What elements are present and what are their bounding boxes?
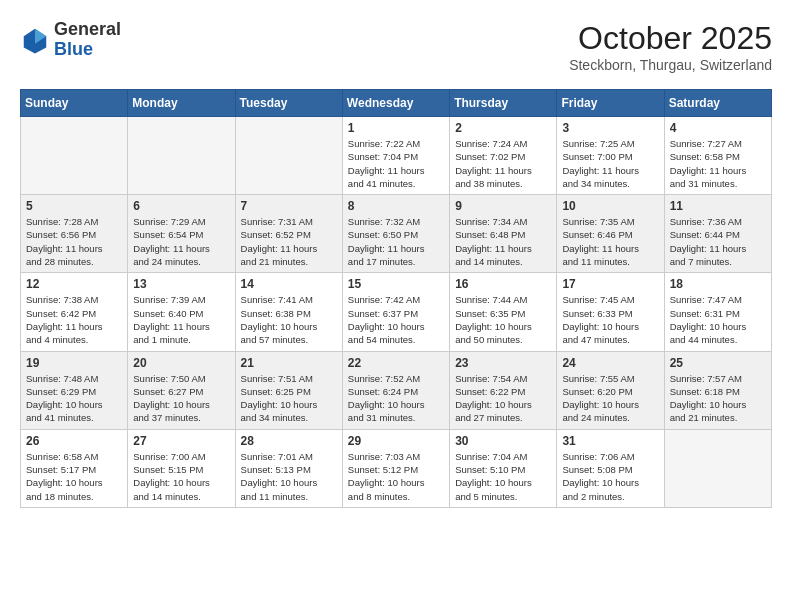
- calendar-week-row: 1Sunrise: 7:22 AM Sunset: 7:04 PM Daylig…: [21, 117, 772, 195]
- calendar-day-cell: 4Sunrise: 7:27 AM Sunset: 6:58 PM Daylig…: [664, 117, 771, 195]
- calendar-day-cell: 23Sunrise: 7:54 AM Sunset: 6:22 PM Dayli…: [450, 351, 557, 429]
- calendar-week-row: 26Sunrise: 6:58 AM Sunset: 5:17 PM Dayli…: [21, 429, 772, 507]
- location-subtitle: Steckborn, Thurgau, Switzerland: [569, 57, 772, 73]
- day-number: 18: [670, 277, 766, 291]
- day-info: Sunrise: 7:03 AM Sunset: 5:12 PM Dayligh…: [348, 450, 444, 503]
- day-number: 1: [348, 121, 444, 135]
- day-info: Sunrise: 7:48 AM Sunset: 6:29 PM Dayligh…: [26, 372, 122, 425]
- day-number: 10: [562, 199, 658, 213]
- day-number: 27: [133, 434, 229, 448]
- day-info: Sunrise: 7:31 AM Sunset: 6:52 PM Dayligh…: [241, 215, 337, 268]
- calendar-day-cell: 18Sunrise: 7:47 AM Sunset: 6:31 PM Dayli…: [664, 273, 771, 351]
- day-info: Sunrise: 7:55 AM Sunset: 6:20 PM Dayligh…: [562, 372, 658, 425]
- day-number: 12: [26, 277, 122, 291]
- calendar-day-cell: 21Sunrise: 7:51 AM Sunset: 6:25 PM Dayli…: [235, 351, 342, 429]
- day-info: Sunrise: 7:04 AM Sunset: 5:10 PM Dayligh…: [455, 450, 551, 503]
- calendar-day-cell: 6Sunrise: 7:29 AM Sunset: 6:54 PM Daylig…: [128, 195, 235, 273]
- weekday-header: Tuesday: [235, 90, 342, 117]
- day-info: Sunrise: 7:50 AM Sunset: 6:27 PM Dayligh…: [133, 372, 229, 425]
- page-header: General Blue October 2025 Steckborn, Thu…: [20, 20, 772, 73]
- logo-blue: Blue: [54, 39, 93, 59]
- calendar-day-cell: 25Sunrise: 7:57 AM Sunset: 6:18 PM Dayli…: [664, 351, 771, 429]
- day-info: Sunrise: 7:34 AM Sunset: 6:48 PM Dayligh…: [455, 215, 551, 268]
- weekday-header-row: SundayMondayTuesdayWednesdayThursdayFrid…: [21, 90, 772, 117]
- calendar-day-cell: 17Sunrise: 7:45 AM Sunset: 6:33 PM Dayli…: [557, 273, 664, 351]
- day-number: 28: [241, 434, 337, 448]
- calendar-day-cell: 11Sunrise: 7:36 AM Sunset: 6:44 PM Dayli…: [664, 195, 771, 273]
- day-info: Sunrise: 7:06 AM Sunset: 5:08 PM Dayligh…: [562, 450, 658, 503]
- day-info: Sunrise: 7:24 AM Sunset: 7:02 PM Dayligh…: [455, 137, 551, 190]
- day-number: 16: [455, 277, 551, 291]
- day-info: Sunrise: 7:35 AM Sunset: 6:46 PM Dayligh…: [562, 215, 658, 268]
- day-number: 31: [562, 434, 658, 448]
- calendar-week-row: 5Sunrise: 7:28 AM Sunset: 6:56 PM Daylig…: [21, 195, 772, 273]
- day-number: 20: [133, 356, 229, 370]
- logo-icon: [20, 25, 50, 55]
- calendar-day-cell: 1Sunrise: 7:22 AM Sunset: 7:04 PM Daylig…: [342, 117, 449, 195]
- day-info: Sunrise: 7:36 AM Sunset: 6:44 PM Dayligh…: [670, 215, 766, 268]
- calendar-day-cell: 22Sunrise: 7:52 AM Sunset: 6:24 PM Dayli…: [342, 351, 449, 429]
- calendar-week-row: 19Sunrise: 7:48 AM Sunset: 6:29 PM Dayli…: [21, 351, 772, 429]
- day-number: 17: [562, 277, 658, 291]
- day-info: Sunrise: 7:57 AM Sunset: 6:18 PM Dayligh…: [670, 372, 766, 425]
- day-number: 19: [26, 356, 122, 370]
- day-info: Sunrise: 7:25 AM Sunset: 7:00 PM Dayligh…: [562, 137, 658, 190]
- day-number: 30: [455, 434, 551, 448]
- day-info: Sunrise: 7:45 AM Sunset: 6:33 PM Dayligh…: [562, 293, 658, 346]
- calendar-day-cell: [21, 117, 128, 195]
- day-number: 26: [26, 434, 122, 448]
- day-number: 6: [133, 199, 229, 213]
- day-number: 25: [670, 356, 766, 370]
- calendar-day-cell: 10Sunrise: 7:35 AM Sunset: 6:46 PM Dayli…: [557, 195, 664, 273]
- day-number: 7: [241, 199, 337, 213]
- day-number: 8: [348, 199, 444, 213]
- calendar-day-cell: 9Sunrise: 7:34 AM Sunset: 6:48 PM Daylig…: [450, 195, 557, 273]
- logo-text: General Blue: [54, 20, 121, 60]
- weekday-header: Saturday: [664, 90, 771, 117]
- day-info: Sunrise: 7:51 AM Sunset: 6:25 PM Dayligh…: [241, 372, 337, 425]
- day-info: Sunrise: 7:29 AM Sunset: 6:54 PM Dayligh…: [133, 215, 229, 268]
- day-number: 9: [455, 199, 551, 213]
- calendar-day-cell: [235, 117, 342, 195]
- title-block: October 2025 Steckborn, Thurgau, Switzer…: [569, 20, 772, 73]
- weekday-header: Friday: [557, 90, 664, 117]
- day-info: Sunrise: 6:58 AM Sunset: 5:17 PM Dayligh…: [26, 450, 122, 503]
- day-number: 29: [348, 434, 444, 448]
- calendar-day-cell: 24Sunrise: 7:55 AM Sunset: 6:20 PM Dayli…: [557, 351, 664, 429]
- day-number: 24: [562, 356, 658, 370]
- day-number: 4: [670, 121, 766, 135]
- day-info: Sunrise: 7:28 AM Sunset: 6:56 PM Dayligh…: [26, 215, 122, 268]
- day-info: Sunrise: 7:01 AM Sunset: 5:13 PM Dayligh…: [241, 450, 337, 503]
- day-number: 3: [562, 121, 658, 135]
- day-info: Sunrise: 7:42 AM Sunset: 6:37 PM Dayligh…: [348, 293, 444, 346]
- calendar-day-cell: 26Sunrise: 6:58 AM Sunset: 5:17 PM Dayli…: [21, 429, 128, 507]
- day-info: Sunrise: 7:54 AM Sunset: 6:22 PM Dayligh…: [455, 372, 551, 425]
- day-info: Sunrise: 7:47 AM Sunset: 6:31 PM Dayligh…: [670, 293, 766, 346]
- day-info: Sunrise: 7:39 AM Sunset: 6:40 PM Dayligh…: [133, 293, 229, 346]
- day-info: Sunrise: 7:22 AM Sunset: 7:04 PM Dayligh…: [348, 137, 444, 190]
- calendar-day-cell: [128, 117, 235, 195]
- day-info: Sunrise: 7:32 AM Sunset: 6:50 PM Dayligh…: [348, 215, 444, 268]
- calendar-day-cell: 19Sunrise: 7:48 AM Sunset: 6:29 PM Dayli…: [21, 351, 128, 429]
- calendar-week-row: 12Sunrise: 7:38 AM Sunset: 6:42 PM Dayli…: [21, 273, 772, 351]
- calendar-day-cell: 5Sunrise: 7:28 AM Sunset: 6:56 PM Daylig…: [21, 195, 128, 273]
- calendar-day-cell: 14Sunrise: 7:41 AM Sunset: 6:38 PM Dayli…: [235, 273, 342, 351]
- weekday-header: Monday: [128, 90, 235, 117]
- calendar-day-cell: 27Sunrise: 7:00 AM Sunset: 5:15 PM Dayli…: [128, 429, 235, 507]
- calendar-day-cell: 20Sunrise: 7:50 AM Sunset: 6:27 PM Dayli…: [128, 351, 235, 429]
- day-number: 22: [348, 356, 444, 370]
- calendar-day-cell: 2Sunrise: 7:24 AM Sunset: 7:02 PM Daylig…: [450, 117, 557, 195]
- calendar-day-cell: 28Sunrise: 7:01 AM Sunset: 5:13 PM Dayli…: [235, 429, 342, 507]
- weekday-header: Wednesday: [342, 90, 449, 117]
- day-number: 5: [26, 199, 122, 213]
- day-info: Sunrise: 7:38 AM Sunset: 6:42 PM Dayligh…: [26, 293, 122, 346]
- calendar-day-cell: 16Sunrise: 7:44 AM Sunset: 6:35 PM Dayli…: [450, 273, 557, 351]
- month-title: October 2025: [569, 20, 772, 57]
- calendar-day-cell: 8Sunrise: 7:32 AM Sunset: 6:50 PM Daylig…: [342, 195, 449, 273]
- calendar-day-cell: 31Sunrise: 7:06 AM Sunset: 5:08 PM Dayli…: [557, 429, 664, 507]
- day-info: Sunrise: 7:44 AM Sunset: 6:35 PM Dayligh…: [455, 293, 551, 346]
- calendar-table: SundayMondayTuesdayWednesdayThursdayFrid…: [20, 89, 772, 508]
- calendar-day-cell: [664, 429, 771, 507]
- calendar-day-cell: 12Sunrise: 7:38 AM Sunset: 6:42 PM Dayli…: [21, 273, 128, 351]
- weekday-header: Sunday: [21, 90, 128, 117]
